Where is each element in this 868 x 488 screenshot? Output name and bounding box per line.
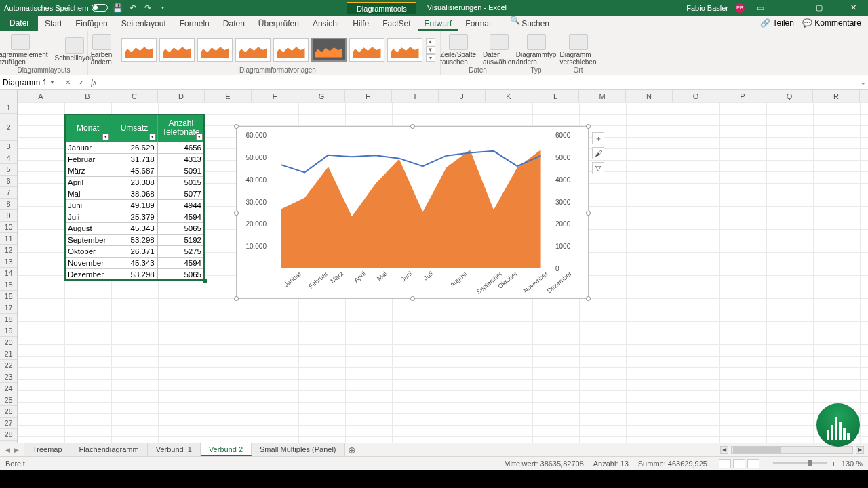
chart-styles-gallery[interactable]: ▲▼▾	[121, 33, 435, 66]
cell[interactable]: 4594	[158, 257, 204, 268]
x-axis[interactable]: JanuarFebruarMärzAprilMaiJuniJuliAugustS…	[269, 270, 553, 296]
cell[interactable]: 45.343	[111, 222, 157, 234]
data-table[interactable]: Monat▾ Umsatz▾ Anzahl Telefonate▾ Januar…	[64, 114, 205, 281]
cell[interactable]: 4594	[158, 211, 204, 222]
style-gallery-expand[interactable]: ▲▼▾	[426, 38, 435, 62]
formula-input[interactable]	[100, 75, 859, 89]
search-label[interactable]: Suchen	[520, 16, 556, 30]
tab-help[interactable]: Hilfe	[346, 16, 376, 30]
col-header[interactable]: C	[111, 90, 158, 102]
horizontal-scrollbar[interactable]	[731, 446, 853, 454]
col-header[interactable]: Q	[766, 90, 813, 102]
chart-style-2[interactable]	[159, 38, 195, 62]
cell[interactable]: März	[65, 165, 111, 176]
col-header[interactable]: F	[252, 90, 298, 102]
filter-dropdown-icon[interactable]: ▾	[196, 134, 203, 140]
minimize-button[interactable]: —	[772, 0, 799, 16]
cell[interactable]: 5015	[158, 176, 204, 188]
chart-styles-button[interactable]: 🖌	[592, 147, 604, 159]
cell[interactable]: 45.343	[111, 257, 157, 268]
add-chart-element-button[interactable]: Diagrammelement hinzufügen	[0, 34, 51, 66]
save-icon[interactable]: 💾	[113, 3, 123, 13]
cell[interactable]: 38.068	[111, 188, 157, 199]
chart-style-6[interactable]	[311, 38, 347, 62]
sheet-tab[interactable]: Verbund_1	[148, 443, 201, 456]
chart-style-7[interactable]	[349, 38, 384, 62]
cell[interactable]: Juni	[65, 199, 111, 211]
confirm-formula-icon[interactable]: ✓	[75, 79, 88, 86]
cell[interactable]: 49.189	[111, 199, 157, 211]
row-header[interactable]: 23	[0, 371, 17, 383]
zoom-out-button[interactable]: −	[765, 460, 769, 468]
row-header[interactable]: 16	[0, 291, 17, 302]
cell[interactable]: 5077	[158, 188, 204, 199]
user-name[interactable]: Fabio Basler	[686, 4, 728, 12]
maximize-button[interactable]: ▢	[806, 0, 833, 16]
view-normal-button[interactable]	[719, 459, 731, 468]
row-header[interactable]: 13	[0, 256, 17, 268]
row-header[interactable]: 14	[0, 268, 17, 279]
cell[interactable]: 4944	[158, 199, 204, 211]
table-row[interactable]: Mai38.0685077	[65, 188, 204, 199]
tab-design[interactable]: Entwurf	[418, 16, 459, 30]
row-header[interactable]: 5	[0, 164, 17, 176]
row-header[interactable]: 25	[0, 394, 17, 406]
table-row[interactable]: Juni49.1894944	[65, 199, 204, 211]
zoom-level[interactable]: 130 %	[842, 460, 863, 468]
row-header[interactable]: 1	[0, 102, 17, 114]
tab-review[interactable]: Überprüfen	[252, 16, 306, 30]
filter-dropdown-icon[interactable]: ▾	[102, 134, 109, 140]
change-colors-button[interactable]: Farben ändern	[88, 34, 115, 66]
table-row[interactable]: Januar26.6294656	[65, 142, 204, 153]
column-headers[interactable]: ABCDEFGHIJKLMNOPQR	[18, 90, 868, 102]
chart-style-4[interactable]	[235, 38, 271, 62]
chart-object[interactable]: 60.00050.00040.00030.00020.00010.000 600…	[236, 126, 589, 299]
cell[interactable]: 5091	[158, 165, 204, 176]
y-axis-left[interactable]: 60.00050.00040.00030.00020.00010.000	[241, 135, 268, 268]
sheet-tab[interactable]: Flächendiagramm	[71, 443, 148, 456]
cell[interactable]: Oktober	[65, 245, 111, 257]
redo-icon[interactable]: ↷	[143, 3, 153, 13]
table-row[interactable]: Juli25.3794594	[65, 211, 204, 222]
qat-dropdown-icon[interactable]: ▾	[158, 3, 167, 13]
chart-elements-button[interactable]: ＋	[592, 132, 604, 144]
row-header[interactable]: 7	[0, 187, 17, 199]
col-header-telefonate[interactable]: Anzahl Telefonate▾	[158, 115, 204, 142]
comments-button[interactable]: 💬 Kommentare	[802, 18, 861, 28]
user-avatar[interactable]: FB	[735, 3, 745, 13]
sheet-nav[interactable]: ◀▶	[0, 443, 24, 456]
row-header[interactable]: 18	[0, 314, 17, 325]
row-header[interactable]: 21	[0, 348, 17, 360]
chart-style-1[interactable]	[121, 38, 157, 62]
row-header[interactable]: 27	[0, 418, 17, 429]
zoom-in-button[interactable]: +	[831, 460, 835, 468]
cell[interactable]: 5065	[158, 222, 204, 234]
col-header[interactable]: L	[532, 90, 579, 102]
row-header[interactable]: 10	[0, 222, 17, 233]
cell[interactable]: 5275	[158, 245, 204, 257]
cell[interactable]: 4656	[158, 142, 204, 153]
row-header[interactable]: 4	[0, 152, 17, 164]
row-header[interactable]: 15	[0, 279, 17, 291]
table-row[interactable]: September53.2985192	[65, 234, 204, 245]
select-data-button[interactable]: Daten auswählen	[480, 34, 518, 66]
row-header[interactable]: 17	[0, 302, 17, 314]
col-header[interactable]: B	[64, 90, 111, 102]
ribbon-options-icon[interactable]: ▭	[755, 3, 765, 13]
view-pagelayout-button[interactable]	[733, 459, 745, 468]
chart-style-5[interactable]	[273, 38, 309, 62]
col-header[interactable]: M	[579, 90, 626, 102]
col-header[interactable]: R	[813, 90, 860, 102]
row-header[interactable]: 19	[0, 325, 17, 337]
chart-filters-button[interactable]: ▽	[592, 162, 604, 174]
row-header[interactable]: 3	[0, 141, 17, 152]
name-box[interactable]: Diagramm 1 ▼	[0, 75, 58, 89]
sheet-tab[interactable]: Verbund 2	[201, 443, 252, 456]
table-row[interactable]: Februar31.7184313	[65, 153, 204, 165]
fx-icon[interactable]: fx	[88, 77, 100, 87]
cell[interactable]: 23.308	[111, 176, 157, 188]
toggle-switch-icon[interactable]	[92, 4, 108, 12]
cell[interactable]: Mai	[65, 188, 111, 199]
cell[interactable]: August	[65, 222, 111, 234]
expand-formula-bar-icon[interactable]: ⌄	[859, 79, 868, 86]
